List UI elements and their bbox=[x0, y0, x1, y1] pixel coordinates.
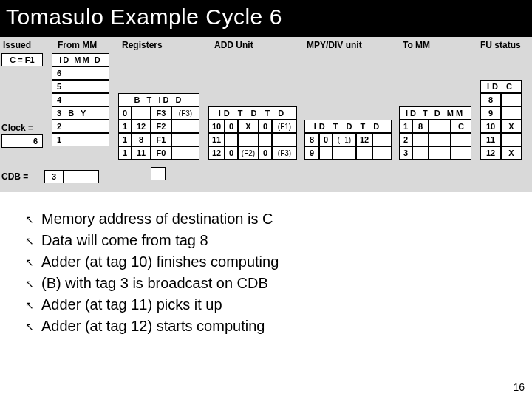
tomm-id: 2 bbox=[399, 133, 412, 146]
reg-b: 1 bbox=[118, 120, 132, 133]
tomm-t bbox=[412, 133, 429, 146]
note-item: Adder (at tag 12) starts computing bbox=[41, 316, 265, 337]
reg-b: 1 bbox=[118, 146, 132, 160]
tomm-id: 1 bbox=[399, 120, 412, 133]
from-mm-row: 5 bbox=[52, 80, 109, 93]
clock-label: Clock = bbox=[1, 123, 33, 133]
reg-id: F3 bbox=[151, 106, 171, 120]
from-mm-row: 6 bbox=[52, 66, 109, 80]
mpy-t2: 12 bbox=[356, 133, 372, 146]
cdb-tag-value: 3 bbox=[44, 170, 64, 183]
mpy-d2 bbox=[372, 146, 392, 160]
reg-id: F1 bbox=[151, 133, 171, 146]
tomasulo-diagram: Issued From MM Registers ADD Unit MPY/DI… bbox=[0, 37, 532, 192]
reg-t: 11 bbox=[132, 146, 151, 160]
add-d2: (F3) bbox=[272, 146, 297, 160]
add-t2: 0 bbox=[259, 146, 272, 160]
add-d1: (F2) bbox=[238, 146, 259, 160]
tomm-t bbox=[412, 146, 429, 160]
mpy-id: 9 bbox=[304, 146, 319, 160]
from-mm-row: 2 bbox=[52, 120, 109, 133]
note-item: (B) with tag 3 is broadcast on CDB bbox=[41, 273, 268, 294]
hdr-registers: Registers bbox=[122, 40, 163, 50]
note-item: Memory address of destination is C bbox=[41, 208, 273, 230]
hdr-issued: Issued bbox=[3, 40, 31, 50]
hdr-from-mm: From MM bbox=[58, 40, 97, 50]
reg-t: 12 bbox=[132, 120, 151, 133]
from-mm-subheader: ID MM D bbox=[52, 53, 109, 66]
add-t2: 0 bbox=[259, 120, 272, 133]
bullet-arrow-icon: ↖ bbox=[25, 255, 34, 270]
bullet-arrow-icon: ↖ bbox=[25, 276, 34, 291]
add-id: 12 bbox=[208, 146, 225, 160]
fu-id: 10 bbox=[480, 120, 501, 133]
mpy-d1 bbox=[332, 146, 356, 160]
bullet-arrow-icon: ↖ bbox=[25, 233, 34, 248]
note-item: Adder (at tag 11) picks it up bbox=[41, 294, 222, 316]
from-mm-row: 3 B Y bbox=[52, 106, 109, 120]
cdb-data-empty bbox=[64, 170, 99, 183]
reg-b: 0 bbox=[118, 106, 132, 120]
fu-subheader: ID C bbox=[480, 80, 522, 93]
bullet-arrow-icon: ↖ bbox=[25, 298, 34, 313]
add-d2 bbox=[272, 133, 297, 146]
fu-id: 8 bbox=[480, 93, 501, 106]
mpy-t1: 0 bbox=[319, 133, 332, 146]
reg-t: 8 bbox=[132, 133, 151, 146]
registers-subheader: B T ID D bbox=[118, 93, 200, 106]
tomm-subheader: ID T D MM bbox=[399, 106, 471, 120]
clock-value: 6 bbox=[1, 134, 43, 148]
fu-c: X bbox=[501, 146, 522, 160]
mpy-t1 bbox=[319, 146, 332, 160]
add-d2: (F1) bbox=[272, 120, 297, 133]
add-d1: X bbox=[238, 120, 259, 133]
mpy-id: 8 bbox=[304, 133, 319, 146]
add-t2 bbox=[259, 133, 272, 146]
reg-id: F0 bbox=[151, 146, 171, 160]
reg-t bbox=[132, 106, 151, 120]
note-item: Data will come from tag 8 bbox=[41, 230, 208, 251]
reg-b: 1 bbox=[118, 133, 132, 146]
hdr-fu-status: FU status bbox=[480, 40, 521, 50]
tomm-d bbox=[429, 133, 451, 146]
from-mm-row: 1 bbox=[52, 133, 109, 146]
mpy-t2 bbox=[356, 146, 372, 160]
mpy-d2 bbox=[372, 133, 392, 146]
tomm-mm bbox=[451, 146, 471, 160]
fu-c bbox=[501, 133, 522, 146]
page-number: 16 bbox=[513, 381, 525, 393]
reg-d bbox=[171, 120, 200, 133]
tomm-mm bbox=[451, 133, 471, 146]
bullet-arrow-icon: ↖ bbox=[25, 212, 34, 227]
hdr-add-unit: ADD Unit bbox=[214, 40, 253, 50]
from-mm-row: 4 bbox=[52, 93, 109, 106]
fu-c bbox=[501, 106, 522, 120]
add-id: 11 bbox=[208, 133, 225, 146]
reg-d: (F3) bbox=[171, 106, 200, 120]
issued-value: C = F1 bbox=[1, 53, 43, 66]
tomm-t: 8 bbox=[412, 120, 429, 133]
fu-id: 11 bbox=[480, 133, 501, 146]
hdr-to-mm: To MM bbox=[403, 40, 430, 50]
notes-list: ↖Memory address of destination is C ↖Dat… bbox=[0, 192, 532, 337]
fu-id: 12 bbox=[480, 146, 501, 160]
hdr-mpy-div: MPY/DIV unit bbox=[307, 40, 362, 50]
tomm-mm: C bbox=[451, 120, 471, 133]
fu-c: X bbox=[501, 120, 522, 133]
tomm-id: 3 bbox=[399, 146, 412, 160]
registers-dangling bbox=[151, 167, 166, 180]
add-subheader: ID T D T D bbox=[208, 106, 297, 120]
reg-d bbox=[171, 133, 200, 146]
note-item: Adder (at tag 10) finishes computing bbox=[41, 251, 279, 273]
tomm-d bbox=[429, 146, 451, 160]
mpy-d1: (F1) bbox=[332, 133, 356, 146]
add-t1 bbox=[225, 133, 238, 146]
add-t1: 0 bbox=[225, 146, 238, 160]
add-d1 bbox=[238, 133, 259, 146]
fu-id: 9 bbox=[480, 106, 501, 120]
add-t1: 0 bbox=[225, 120, 238, 133]
tomm-d bbox=[429, 120, 451, 133]
add-id: 10 bbox=[208, 120, 225, 133]
cdb-label: CDB = bbox=[1, 171, 28, 182]
mpy-subheader: ID T D T D bbox=[304, 120, 392, 133]
